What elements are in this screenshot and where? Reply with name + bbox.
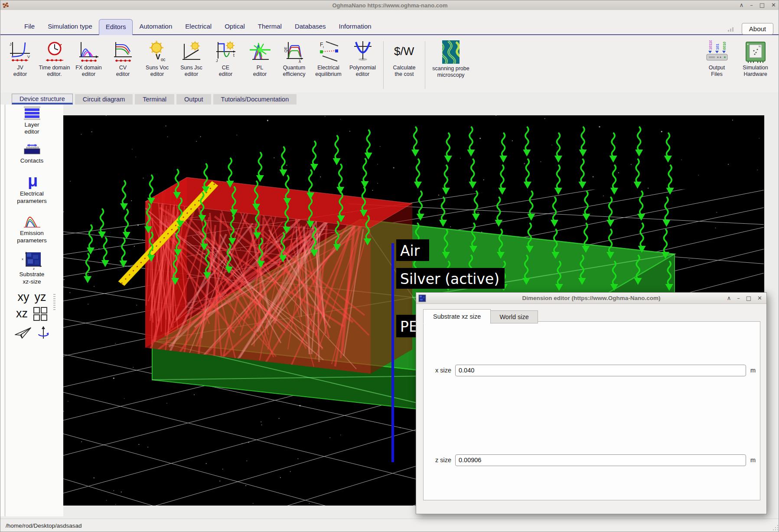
svg-text:$/W: $/W (394, 45, 414, 58)
maximize-button[interactable]: □ (759, 0, 765, 10)
view-tabbar: Device structure Circuit diagram Termina… (12, 94, 297, 104)
dialog-tab-substrate-xz-size[interactable]: Substrate xz size (423, 309, 491, 324)
dialog-tab-world-size[interactable]: World size (491, 310, 538, 323)
layers-icon (22, 106, 42, 120)
cv-curves-icon (112, 40, 134, 63)
qe-spectrum-icon: QE λ (283, 40, 306, 63)
svg-text:x: x (22, 257, 23, 261)
contacts-icon (22, 143, 42, 156)
view-xz-button[interactable]: xz (16, 307, 28, 320)
energy-levels-icon: Fi (317, 40, 340, 63)
sidebar-item-electrical-parameters[interactable]: μ Electricalparameters (0, 170, 63, 205)
scanning-probe-microscopy-button[interactable]: scanning probemicroscopy (429, 39, 473, 78)
sidebar-item-layer-editor[interactable]: Layereditor (0, 104, 63, 136)
z-size-unit: m (746, 457, 756, 463)
cv-editor-button[interactable]: CVeditor (106, 39, 140, 78)
sidebar-item-contacts[interactable]: Contacts (0, 141, 63, 164)
svg-text:V: V (27, 55, 30, 59)
svg-text:V: V (156, 53, 160, 61)
view-xy-button[interactable]: xy (18, 291, 29, 304)
menu-item-databases[interactable]: Databases (288, 19, 332, 33)
signal-bars-icon (728, 26, 734, 32)
svg-text:N: N (759, 45, 760, 48)
rotate-view-icon[interactable] (37, 326, 50, 339)
oghmanano-window: OghmaNano https://www.oghma-nano.com ∧ –… (0, 0, 779, 532)
spm-pattern-icon (442, 40, 460, 64)
menu-item-electrical[interactable]: Electrical (179, 19, 218, 33)
shade-button[interactable]: ∧ (740, 0, 744, 10)
output-files-drive-icon: . 10110 101 0010 (705, 40, 729, 63)
dimension-editor-dialog: Dimension editor (https://www.Oghma-Nano… (416, 292, 767, 514)
dialog-titlebar[interactable]: Dimension editor (https://www.Oghma-Nano… (416, 293, 766, 304)
simulation-hardware-button[interactable]: N SimulationHardware (738, 39, 772, 78)
menu-item-simulation-type[interactable]: Simulation type (41, 19, 99, 33)
svg-text:z: z (33, 267, 35, 270)
time-domain-editor-button[interactable]: Time domaineditor. (37, 39, 72, 78)
paper-plane-icon[interactable] (14, 326, 32, 339)
ribbon-separator (383, 41, 384, 89)
menu-item-information[interactable]: Information (332, 19, 378, 33)
tab-tutorials-documentation[interactable]: Tutorials/Documentation (213, 94, 297, 104)
fx-domain-editor-button[interactable]: FX domaineditor (72, 39, 106, 78)
svg-text:101: 101 (715, 44, 720, 50)
mu-icon: μ (22, 172, 42, 189)
dialog-title: Dimension editor (https://www.Oghma-Nano… (416, 295, 766, 301)
sidebar-item-emission-parameters[interactable]: Emissionparameters (0, 210, 63, 244)
tab-output[interactable]: Output (176, 94, 211, 104)
z-size-input[interactable] (455, 454, 746, 466)
menu-item-optical[interactable]: Optical (218, 19, 251, 33)
view-yz-button[interactable]: yz (35, 291, 46, 304)
layer-label-air: Air (400, 242, 420, 259)
x-size-unit: m (746, 367, 756, 374)
sidebar-resize-handle[interactable] (53, 293, 55, 310)
resize-grip-icon[interactable] (772, 525, 778, 531)
suns-voc-editor-button[interactable]: Voc Suns Voceditor (140, 39, 174, 78)
menu-item-thermal[interactable]: Thermal (251, 19, 288, 33)
x-size-input[interactable] (455, 365, 746, 376)
svg-text:i: i (323, 45, 324, 49)
status-path: /home/rod/Desktop/asdsasad (6, 522, 82, 529)
cpu-chip-icon: N (744, 40, 767, 63)
dialog-close-button[interactable]: ✕ (757, 294, 762, 303)
calculate-cost-button[interactable]: $/W Calculatethe cost (387, 39, 421, 78)
quantum-efficiency-button[interactable]: QE λ Quantumefficiency (277, 39, 311, 78)
z-size-row: z size m (430, 454, 756, 466)
titlebar: OghmaNano https://www.oghma-nano.com ∧ –… (0, 0, 779, 10)
polynomial-editor-button[interactable]: Polynomialeditor (345, 39, 380, 78)
svg-text:oc: oc (161, 57, 166, 62)
dialog-shade-button[interactable]: ∧ (727, 294, 731, 303)
pl-editor-button[interactable]: PLeditor (243, 39, 277, 78)
tab-terminal[interactable]: Terminal (135, 94, 174, 104)
electrical-equilibrium-button[interactable]: Fi Electricalequilibrium (311, 39, 345, 78)
fx-spectra-icon (78, 40, 100, 63)
svg-text:t: t (233, 53, 235, 58)
menu-item-file[interactable]: File (18, 19, 41, 33)
z-size-label: z size (430, 457, 451, 463)
menu-item-automation[interactable]: Automation (133, 19, 179, 33)
jv-editor-button[interactable]: JV JVeditor (3, 39, 37, 78)
about-button[interactable]: About (742, 23, 773, 35)
minimize-button[interactable]: – (750, 0, 753, 10)
svg-text:λ: λ (299, 59, 301, 63)
ce-editor-button[interactable]: t J CEeditor (209, 39, 243, 78)
sun-voc-icon: Voc (146, 40, 169, 63)
jv-curve-icon: JV (9, 40, 32, 63)
svg-text:J: J (10, 42, 12, 46)
output-files-button[interactable]: . 10110 101 0010 OutputFiles (700, 39, 734, 78)
close-button[interactable]: ✕ (771, 0, 776, 10)
dialog-maximize-button[interactable]: □ (746, 294, 751, 303)
svg-text:μ: μ (28, 172, 38, 189)
menu-item-editors[interactable]: Editors (99, 19, 133, 35)
ribbon-separator (425, 41, 425, 89)
suns-jsc-editor-button[interactable]: Suns Jsceditor (174, 39, 209, 78)
window-title: OghmaNano https://www.oghma-nano.com (0, 2, 779, 9)
svg-text:10110: 10110 (708, 40, 713, 50)
pl-laser-icon (249, 40, 271, 63)
grid-2x2-icon[interactable] (33, 307, 48, 321)
sidebar-item-substrate-xz-size[interactable]: xz Substratexz-size (0, 250, 63, 285)
tab-circuit-diagram[interactable]: Circuit diagram (75, 94, 133, 104)
tab-device-structure[interactable]: Device structure (12, 94, 73, 104)
dialog-tabbar: Substrate xz size World size (416, 304, 766, 323)
layer-marker-line (391, 243, 394, 462)
dialog-minimize-button[interactable]: – (737, 294, 740, 303)
